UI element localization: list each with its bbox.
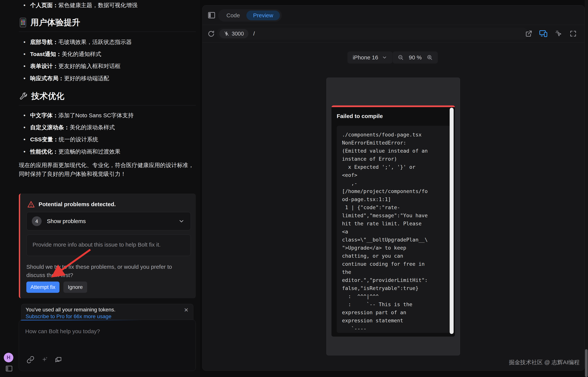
bullet-text: 统一的设计系统 (59, 136, 98, 142)
preview-tab-bar: Code Preview (202, 5, 584, 25)
bullet-dot: • (19, 135, 30, 144)
bullet-label: 个人页面： (30, 2, 58, 8)
problems-panel: Potential problems detected. 4 Show prob… (19, 194, 196, 298)
discuss-mode-icon[interactable] (54, 356, 62, 364)
problems-title: Potential problems detected. (38, 201, 116, 208)
ignore-button[interactable]: Ignore (63, 282, 87, 293)
bullet-text: 美化的滚动条样式 (70, 124, 115, 130)
bullet-text: 更好的移动端适配 (64, 75, 109, 81)
summary-paragraph: 现在的应用界面更加现代化、专业化，符合医疗健康应用的设计标准，同时保持了良好的用… (19, 161, 196, 178)
bullet-dot: • (19, 123, 30, 131)
list-item: •表单设计：更友好的输入框和对话框 (19, 62, 196, 70)
dev-server-icon (224, 31, 229, 36)
attempt-fix-button[interactable]: Attempt fix (26, 282, 60, 293)
watermark-text: 掘金技术社区 @ 志辉AI编程 (509, 359, 579, 366)
tab-preview[interactable]: Preview (246, 11, 280, 20)
bullet-label: 中文字体： (30, 112, 58, 118)
fix-question-text: Should we try to fix these problems, or … (26, 263, 186, 279)
tokens-message: You've used all your remaining tokens. (25, 307, 116, 313)
url-row: 3000 / (202, 25, 584, 42)
show-problems-dropdown[interactable]: 4 Show problems (26, 212, 191, 230)
compile-error-overlay: Failed to compile ./components/food-page… (331, 106, 455, 337)
url-bar[interactable]: 3000 / (217, 28, 528, 40)
warning-icon (27, 201, 35, 208)
section-heading-ux: 用户体验提升 (19, 17, 196, 28)
tokens-banner: You've used all your remaining tokens. S… (21, 304, 193, 320)
list-item: • 个人页面：紫色健康主题，数据可视化增强 (19, 1, 196, 9)
bullet-text: 更友好的输入框和对话框 (58, 63, 120, 69)
error-code-block: ./components/food-page.tsx NonErrorEmitt… (337, 126, 450, 333)
fullscreen-icon[interactable] (569, 30, 577, 37)
bullet-text: 紫色健康主题，数据可视化增强 (58, 2, 138, 8)
tab-code[interactable]: Code (220, 12, 246, 19)
bullet-label: CSS变量： (30, 136, 59, 142)
subscribe-link[interactable]: Subscribe to Pro for 66x more usage (25, 314, 112, 319)
close-icon[interactable]: ✕ (184, 307, 188, 313)
bullet-text: 美化的通知样式 (62, 51, 101, 57)
bullet-dot: • (19, 148, 30, 156)
device-selector[interactable]: iPhone 16 (348, 51, 392, 63)
attach-link-icon[interactable] (26, 356, 35, 364)
chat-panel: • 个人页面：紫色健康主题，数据可视化增强 用户体验提升 •底部导航：毛玻璃效果… (0, 0, 200, 377)
bullet-label: 自定义滚动条： (30, 124, 70, 130)
section-heading-tech: 技术优化 (19, 91, 196, 102)
error-accent-bar (331, 106, 455, 107)
list-item: •Toast通知：美化的通知样式 (19, 50, 196, 58)
phone-icon (19, 18, 27, 27)
show-problems-label: Show problems (47, 218, 86, 224)
error-code-text: ./components/food-page.tsx NonErrorEmitt… (342, 131, 450, 333)
bullet-dot: • (19, 1, 30, 9)
bullet-dot: • (19, 111, 30, 119)
zoom-level: 90 % (409, 54, 422, 61)
port-number: 3000 (232, 31, 244, 37)
page-scrollbar-thumb[interactable] (585, 349, 588, 377)
zoom-out-icon[interactable] (398, 54, 404, 61)
device-name: iPhone 16 (353, 54, 378, 61)
list-item: •响应式布局：更好的移动端适配 (19, 74, 196, 82)
bullet-label: 响应式布局： (30, 75, 64, 81)
avatar[interactable]: H (4, 353, 13, 362)
list-item: •底部导航：毛玻璃效果，活跃状态指示器 (19, 38, 196, 46)
devices-icon[interactable] (539, 30, 548, 37)
section-title: 用户体验提升 (30, 17, 80, 28)
chevron-down-icon (382, 55, 387, 60)
list-item: •CSS变量：统一的设计系统 (19, 135, 196, 144)
url-path: / (253, 30, 255, 37)
preview-panel: Code Preview 3000 / (202, 5, 585, 371)
chat-input-placeholder: How can Bolt help you today? (25, 328, 100, 335)
bullet-dot: • (19, 38, 30, 46)
bullet-text: 添加了Noto Sans SC字体支持 (58, 112, 134, 118)
problem-count-badge: 4 (32, 216, 42, 226)
list-item: •自定义滚动条：美化的滚动条样式 (19, 123, 196, 131)
list-item: •性能优化：更流畅的动画和过渡效果 (19, 148, 196, 156)
bullet-text: 更流畅的动画和过渡效果 (58, 148, 120, 155)
bullet-dot: • (19, 50, 30, 58)
bullet-dot: • (19, 74, 30, 82)
page-scrollbar-track (585, 0, 588, 377)
divider (19, 105, 196, 106)
bullet-dot: • (19, 62, 30, 70)
preview-toolbar: iPhone 16 90 % (202, 43, 584, 65)
code-preview-toggle: Code Preview (218, 9, 282, 22)
zoom-in-icon[interactable] (426, 54, 433, 61)
bullet-label: 表单设计： (30, 63, 58, 69)
error-scrollbar[interactable] (450, 108, 454, 334)
section-title: 技术优化 (31, 91, 64, 102)
chevron-down-icon (178, 218, 185, 224)
sparkles-icon[interactable] (40, 356, 48, 364)
chat-input-card[interactable]: How can Bolt help you today? (19, 320, 196, 371)
issue-info-input[interactable]: Provide more info about this issue to he… (26, 235, 191, 256)
port-chip[interactable]: 3000 (219, 29, 249, 38)
zoom-control: 90 % (393, 51, 438, 63)
bullet-text: 毛玻璃效果，活跃状态指示器 (58, 39, 132, 45)
bullet-label: 性能优化： (30, 148, 58, 155)
panel-toggle-icon[interactable] (208, 12, 215, 19)
bullet-label: 底部导航： (30, 39, 58, 45)
error-title: Failed to compile (337, 113, 383, 119)
divider (19, 32, 196, 32)
open-external-icon[interactable] (525, 30, 532, 37)
reload-icon[interactable] (207, 30, 215, 38)
wrench-icon (19, 92, 28, 101)
cursor-click-icon[interactable] (555, 30, 563, 38)
sidebar-collapse-icon[interactable] (6, 366, 12, 371)
